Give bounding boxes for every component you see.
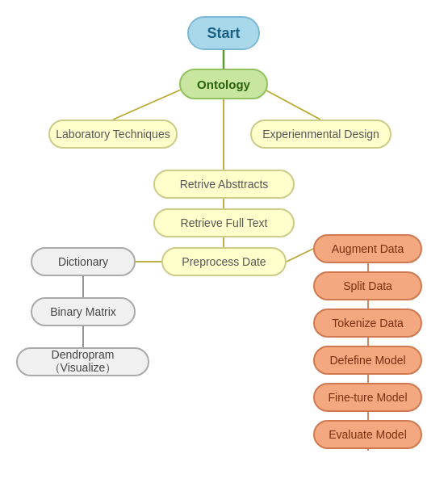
start-label: Start (207, 25, 240, 42)
preprocess-label: Preprocess Date (182, 255, 266, 268)
fulltext-node: Retrieve Full Text (153, 208, 295, 237)
exp-node: Experienmental Design (250, 120, 391, 149)
binary-label: Binary Matrix (50, 305, 116, 318)
define-label: Defefine Model (329, 354, 405, 367)
augment-node: Augment Data (313, 234, 422, 263)
split-label: Split Data (343, 279, 392, 292)
evaluate-node: Evaluate Model (313, 420, 422, 449)
start-node: Start (187, 16, 260, 50)
exp-label: Experienmental Design (262, 128, 379, 141)
preprocess-node: Preprocess Date (161, 247, 287, 276)
tokenize-label: Tokenize Data (332, 317, 404, 330)
augment-label: Augment Data (332, 242, 404, 255)
lab-node: Laboratory Techniques (48, 120, 178, 149)
finetune-label: Fine-ture Model (328, 391, 407, 404)
finetune-node: Fine-ture Model (313, 383, 422, 412)
dendro-label: Dendropram（Visualize） (18, 348, 148, 376)
binary-node: Binary Matrix (31, 297, 136, 326)
abstracts-node: Retrive Absttracts (153, 170, 295, 199)
dictionary-label: Dictionary (58, 255, 108, 268)
ontology-node: Ontology (179, 69, 268, 99)
lab-label: Laboratory Techniques (56, 128, 170, 141)
split-node: Split Data (313, 271, 422, 300)
dictionary-node: Dictionary (31, 247, 136, 276)
define-node: Defefine Model (313, 346, 422, 375)
tokenize-node: Tokenize Data (313, 309, 422, 338)
ontology-label: Ontology (197, 78, 250, 91)
fulltext-label: Retrieve Full Text (181, 216, 268, 229)
abstracts-label: Retrive Absttracts (180, 178, 269, 191)
svg-line-9 (287, 249, 313, 262)
evaluate-label: Evaluate Model (329, 428, 407, 441)
dendro-node: Dendropram（Visualize） (16, 347, 149, 376)
